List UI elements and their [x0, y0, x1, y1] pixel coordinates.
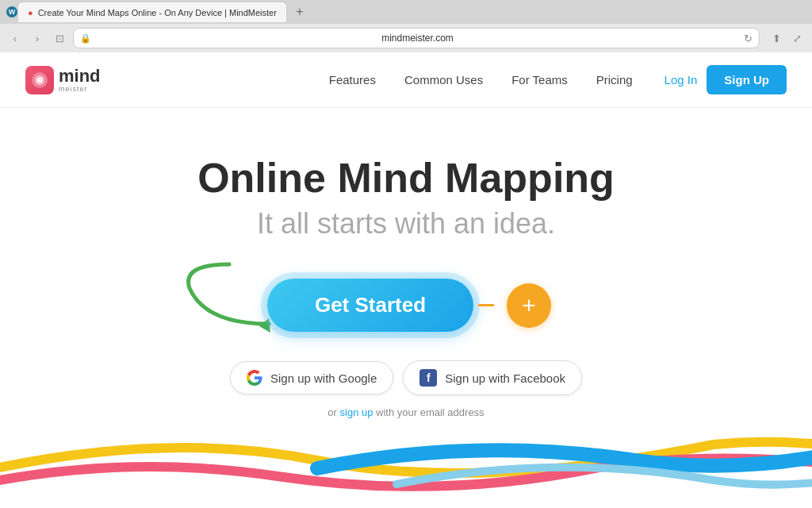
url-text: mindmeister.com — [94, 33, 741, 44]
signup-buttons: Sign up with Google f Sign up with Faceb… — [230, 360, 582, 395]
facebook-icon: f — [419, 369, 437, 387]
hero-title: Online Mind Mapping — [197, 156, 615, 201]
nav-pricing[interactable]: Pricing — [596, 73, 633, 87]
hero-subtitle: It all starts with an idea. — [257, 207, 555, 241]
plus-circle: + — [507, 283, 551, 328]
new-tab-button[interactable]: + — [292, 4, 308, 20]
browser-window: W ● Create Your Mind Maps Online - On An… — [0, 0, 812, 52]
hero-section: Online Mind Mapping It all starts with a… — [0, 108, 812, 418]
lock-icon: 🔒 — [80, 33, 91, 44]
browser-tab[interactable]: ● Create Your Mind Maps Online - On Any … — [17, 2, 287, 22]
signup-button[interactable]: Sign Up — [707, 65, 787, 94]
get-started-wrapper: Get Started + — [261, 272, 551, 338]
email-cta-suffix: with your email address — [373, 406, 484, 418]
google-signup-button[interactable]: Sign up with Google — [230, 361, 393, 394]
connector-line — [478, 304, 494, 306]
get-started-glow: Get Started — [261, 272, 480, 338]
svg-point-2 — [37, 78, 42, 83]
get-started-button[interactable]: Get Started — [267, 279, 473, 332]
google-signup-label: Sign up with Google — [270, 371, 377, 385]
back-button[interactable]: ‹ — [6, 29, 24, 47]
facebook-signup-label: Sign up with Facebook — [445, 371, 565, 385]
google-icon — [247, 370, 262, 386]
wordpress-icon: W — [6, 6, 17, 17]
forward-button[interactable]: › — [29, 29, 46, 47]
browser-tab-bar: W ● Create Your Mind Maps Online - On An… — [0, 0, 812, 24]
logo-meister: meister — [59, 85, 101, 93]
share-button[interactable]: ⬆ — [768, 29, 785, 47]
tab-favicon: ● — [28, 8, 33, 17]
email-cta-prefix: or — [327, 406, 339, 418]
nav-links: Features Common Uses For Teams Pricing — [329, 73, 633, 87]
page-content: mind meister Features Common Uses For Te… — [0, 52, 812, 508]
reader-view-button[interactable]: ⊡ — [51, 29, 68, 47]
browser-actions: ⬆ ⤢ — [768, 29, 806, 47]
fullscreen-button[interactable]: ⤢ — [788, 29, 806, 47]
address-bar[interactable]: 🔒 mindmeister.com ↻ — [73, 28, 760, 48]
logo-icon — [25, 66, 54, 94]
email-signup-link[interactable]: sign up — [340, 406, 373, 418]
tab-title: Create Your Mind Maps Online - On Any De… — [38, 8, 277, 17]
cta-area: Get Started + — [261, 272, 551, 338]
logo-text: mind meister — [59, 67, 101, 93]
logo-mind: mind — [59, 67, 101, 85]
reload-icon[interactable]: ↻ — [744, 33, 753, 44]
navbar: mind meister Features Common Uses For Te… — [0, 52, 812, 108]
email-cta: or sign up with your email address — [327, 406, 484, 418]
nav-common-uses[interactable]: Common Uses — [404, 73, 483, 87]
logo-area[interactable]: mind meister — [25, 66, 101, 94]
login-link[interactable]: Log In — [665, 73, 698, 87]
nav-features[interactable]: Features — [329, 73, 376, 87]
nav-for-teams[interactable]: For Teams — [511, 73, 568, 87]
facebook-signup-button[interactable]: f Sign up with Facebook — [403, 360, 582, 395]
browser-toolbar: ‹ › ⊡ 🔒 mindmeister.com ↻ ⬆ ⤢ — [0, 24, 812, 52]
